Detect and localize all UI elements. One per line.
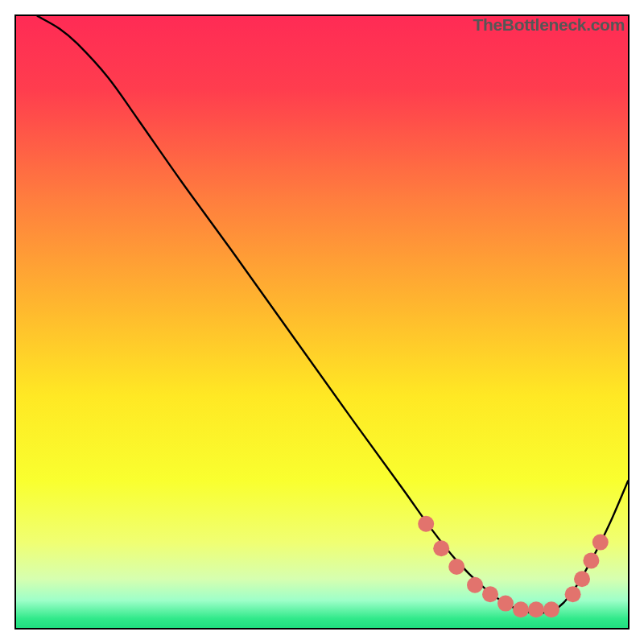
gradient-background xyxy=(16,16,628,628)
plot-area: TheBottleneck.com xyxy=(14,14,630,630)
chart-container: TheBottleneck.com xyxy=(0,0,644,644)
svg-rect-0 xyxy=(16,16,628,628)
watermark-text: TheBottleneck.com xyxy=(473,15,625,35)
